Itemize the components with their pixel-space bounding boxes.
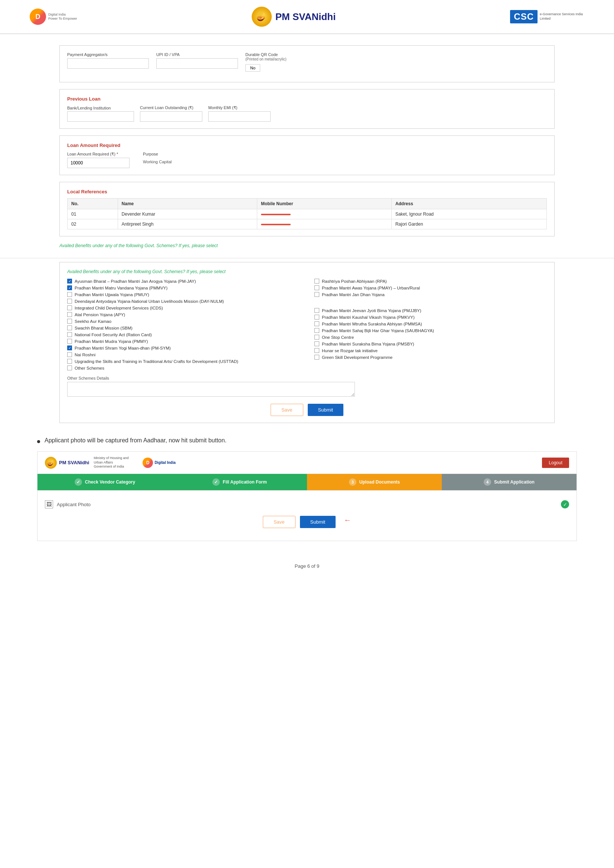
di-logo-small: D Digital India bbox=[143, 457, 175, 468]
bottom-btn-row: Save Submit ← bbox=[45, 512, 569, 534]
step-submit-number: 4 bbox=[484, 478, 491, 486]
purpose-label: Purpose bbox=[143, 152, 172, 156]
scheme-checkbox[interactable] bbox=[67, 305, 72, 310]
scheme-checkbox[interactable] bbox=[315, 279, 319, 284]
scheme-label: Other Schemes bbox=[74, 366, 104, 370]
scheme-checkbox[interactable] bbox=[67, 339, 72, 344]
spacer bbox=[315, 299, 547, 306]
bottom-save-button[interactable]: Save bbox=[263, 516, 296, 528]
scheme-checkbox[interactable] bbox=[67, 292, 72, 297]
scheme-item: Pradhan Mantri Mudra Yojana (PMMY) bbox=[67, 339, 299, 344]
scheme-item: Green Skill Development Programme bbox=[315, 355, 547, 360]
page-number: Page 6 of 9 bbox=[0, 552, 614, 576]
applicant-section: 🖼 Applicant Photo ✓ Save Submit ← bbox=[37, 491, 577, 541]
scheme-checkbox[interactable] bbox=[67, 366, 72, 370]
other-details-input[interactable] bbox=[67, 382, 355, 397]
scheme-checkbox[interactable] bbox=[315, 315, 319, 319]
bottom-submit-button[interactable]: Submit bbox=[300, 516, 336, 528]
progress-steps: ✓ Check Vendor Category ✓ Fill Applicati… bbox=[37, 474, 577, 491]
scheme-checkbox[interactable] bbox=[67, 352, 72, 357]
scheme-checkbox[interactable] bbox=[67, 332, 72, 337]
page-header: D Digital India Power To Empower 🪔 PM SV… bbox=[0, 0, 614, 34]
emi-input[interactable] bbox=[208, 111, 271, 122]
scheme-checkbox[interactable] bbox=[315, 321, 319, 326]
scheme-label: National Food Security Act (Ration Card) bbox=[74, 333, 152, 337]
scheme-label: Upgrading the Skills and Training in Tra… bbox=[74, 359, 238, 364]
step-upload-docs[interactable]: 3 Upload Documents bbox=[307, 474, 442, 490]
csc-subtitle: e-Governance Services India Limited bbox=[540, 12, 584, 21]
scheme-checkbox[interactable] bbox=[315, 292, 319, 297]
scheme-checkbox[interactable] bbox=[67, 326, 72, 330]
scheme-label: Pradhan Mantri Awas Yojana (PMAY) – Urba… bbox=[322, 286, 420, 290]
previous-loan-row: Bank/Lending Institution Current Loan Ou… bbox=[67, 105, 547, 122]
no-button[interactable]: No bbox=[245, 64, 260, 71]
step-check-vendor[interactable]: ✓ Check Vendor Category bbox=[37, 474, 172, 490]
scheme-label: Pradhan Mantri Ujjwala Yojana (PMUY) bbox=[74, 293, 149, 297]
loan-amount-label: Loan Amount Required (₹) * bbox=[67, 152, 130, 157]
digital-india-text: Digital India Power To Empower bbox=[48, 12, 77, 21]
outstanding-input[interactable] bbox=[140, 111, 202, 122]
scheme-checkbox[interactable] bbox=[315, 348, 319, 353]
loan-amount-group: Loan Amount Required (₹) * bbox=[67, 152, 130, 168]
save-button[interactable]: Save bbox=[271, 404, 303, 416]
scheme-checkbox[interactable] bbox=[315, 285, 319, 290]
scheme-checkbox[interactable]: ✓ bbox=[67, 279, 72, 284]
bullet-dot bbox=[37, 440, 40, 443]
scheme-label: Pradhan Mantri Kaushal Vikash Yojana (PM… bbox=[322, 315, 415, 319]
local-references-title: Local References bbox=[67, 189, 547, 194]
csc-box: CSC bbox=[510, 10, 538, 23]
scheme-checkbox[interactable] bbox=[315, 355, 319, 360]
upi-input[interactable] bbox=[156, 58, 238, 69]
table-row: 02 Antirpreet Singh Rajori Garden bbox=[68, 219, 547, 229]
loan-amount-title: Loan Amount Required bbox=[67, 143, 547, 148]
emi-group: Monthly EMI (₹) bbox=[208, 105, 271, 122]
scheme-checkbox[interactable] bbox=[315, 328, 319, 333]
submit-button[interactable]: Submit bbox=[308, 404, 343, 416]
scheme-checkbox[interactable] bbox=[67, 299, 72, 304]
step-fill-form[interactable]: ✓ Fill Application Form bbox=[172, 474, 307, 490]
scheme-label: Pradhan Mantri Suraksha Bima Yojana (PMS… bbox=[322, 342, 414, 346]
scheme-item: Pradhan Mantri Kaushal Vikash Yojana (PM… bbox=[315, 315, 547, 319]
scheme-label: Hunar se Rozgar tak initiative bbox=[322, 349, 378, 353]
scheme-item: Atal Pension Yojana (APY) bbox=[67, 312, 299, 317]
loan-amount-input[interactable] bbox=[67, 158, 130, 168]
purpose-group: Purpose Working Capital bbox=[143, 152, 172, 164]
scheme-label: Pradhan Mantri Matru Vandana Yojana (PMM… bbox=[74, 286, 167, 290]
payment-aggregator-label: Payment Aggregator/s bbox=[67, 52, 149, 57]
scheme-item: ✓ Pradhan Mantri Shram Yogi Maan-dhan (P… bbox=[67, 346, 299, 350]
step-fill-icon: ✓ bbox=[212, 478, 220, 486]
payment-aggregator-input[interactable] bbox=[67, 58, 149, 69]
scheme-checkbox[interactable] bbox=[315, 308, 319, 313]
logout-button[interactable]: Logout bbox=[542, 457, 569, 468]
qr-label: Durable QR Code(Printed on metal/acrylic… bbox=[245, 52, 287, 61]
bullet-section: Applicant photo will be captured from Aa… bbox=[0, 430, 614, 451]
step-submit-app[interactable]: 4 Submit Application bbox=[442, 474, 577, 490]
scheme-checkbox[interactable] bbox=[67, 359, 72, 364]
qr-row: No bbox=[245, 64, 287, 71]
emi-label: Monthly EMI (₹) bbox=[208, 105, 271, 110]
scheme-item: Other Schemes bbox=[67, 366, 299, 370]
scheme-checkbox[interactable] bbox=[315, 341, 319, 346]
scheme-checkbox[interactable] bbox=[67, 319, 72, 324]
row2-no: 02 bbox=[68, 219, 118, 229]
schemes-right-col: Rashtriya Poshan Abhiyaan (RPA) Pradhan … bbox=[315, 279, 547, 372]
row1-mobile bbox=[257, 209, 392, 219]
local-references-table: No. Name Mobile Number Address 01 Devend… bbox=[67, 198, 547, 229]
mobile-redacted-1 bbox=[261, 214, 291, 215]
scheme-item: Seekho Aur Kamao bbox=[67, 319, 299, 324]
schemes-left-col: ✓ Ayusman Bharat – Pradhan Mantri Jan Ar… bbox=[67, 279, 299, 372]
scheme-checkbox[interactable]: ✓ bbox=[67, 285, 72, 290]
step-check-vendor-label: Check Vendor Category bbox=[85, 479, 135, 485]
bank-input[interactable] bbox=[67, 111, 134, 122]
scheme-checkbox[interactable] bbox=[67, 312, 72, 317]
loan-amount-section: Loan Amount Required Loan Amount Require… bbox=[59, 135, 555, 175]
payment-row: Payment Aggregator/s UPI ID / VPA Durabl… bbox=[67, 52, 547, 71]
scheme-checkbox[interactable]: ✓ bbox=[67, 346, 72, 350]
scheme-item: Deendayal Antyodaya Yojana-National Urba… bbox=[67, 299, 299, 304]
scheme-item: Hunar se Rozgar tak initiative bbox=[315, 348, 547, 353]
previous-loan-section: Previous Loan Bank/Lending Institution C… bbox=[59, 89, 555, 129]
schemes-title: Availed Benefits under any of the follow… bbox=[67, 269, 547, 274]
col-address: Address bbox=[391, 198, 546, 209]
scheme-checkbox[interactable] bbox=[315, 335, 319, 339]
scheme-label: Pradhan Mantri Mtrutha Suraksha Abhiyan … bbox=[322, 322, 422, 326]
